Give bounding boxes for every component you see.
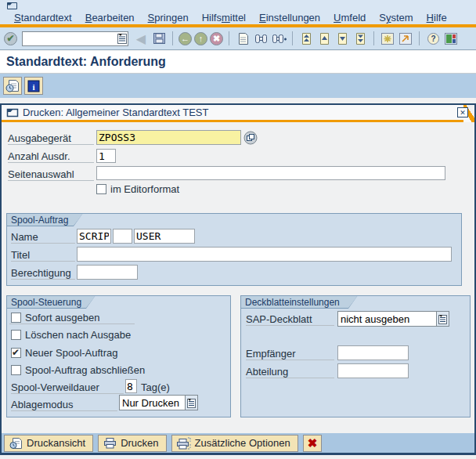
zusaetzliche-optionen-button[interactable]: Zusätzliche Optionen bbox=[171, 435, 298, 452]
command-dropdown-icon[interactable] bbox=[117, 33, 127, 44]
help-icon[interactable]: ? bbox=[425, 31, 441, 46]
cover-settings-tab: Deckblatteinstellungen bbox=[240, 295, 358, 309]
dialog-icon bbox=[6, 107, 19, 117]
output-device-field[interactable] bbox=[96, 130, 241, 145]
sap-cover-value: nicht ausgeben bbox=[338, 313, 436, 325]
dialog-title: Drucken: Allgemeiner Standardtext TEST bbox=[23, 107, 209, 118]
loeschen-label: Löschen nach Ausgabe bbox=[25, 329, 131, 341]
storage-mode-value: Nur Drucken bbox=[120, 397, 185, 409]
back-icon[interactable]: ◀ bbox=[133, 31, 149, 46]
loeschen-checkbox[interactable] bbox=[11, 330, 21, 340]
printer-options-icon bbox=[177, 437, 191, 450]
menu-bar: Standardtext Bearbeiten Springen Hilfsmi… bbox=[0, 11, 476, 24]
druckansicht-label: Druckansicht bbox=[27, 437, 85, 449]
berechtigung-label: Berechtigung bbox=[11, 267, 75, 280]
spool-request-title: Spool-Auftrag bbox=[7, 214, 83, 226]
up-circle-icon[interactable]: ↑ bbox=[194, 32, 207, 45]
menu-hilfe[interactable]: Hilfe bbox=[427, 12, 447, 23]
spool-control-title: Spool-Steuerung bbox=[7, 296, 96, 308]
command-field-wrap bbox=[22, 31, 128, 46]
sap-cover-label: SAP-Deckblatt bbox=[246, 313, 334, 326]
output-device-label: Ausgabegerät bbox=[8, 132, 94, 145]
back-circle-icon[interactable]: ← bbox=[178, 32, 192, 45]
cancel-icon: ✖ bbox=[308, 437, 318, 449]
name-label: Name bbox=[11, 231, 75, 244]
new-session-icon[interactable] bbox=[380, 31, 395, 46]
last-page-icon[interactable] bbox=[352, 31, 368, 46]
spool-name-field-1[interactable] bbox=[77, 229, 111, 244]
enter-icon[interactable]: ✔ bbox=[4, 32, 17, 45]
menu-einstellungen[interactable]: Einstellungen bbox=[259, 12, 320, 23]
standard-toolbar: ✔ ◀ ← ↑ ✖ bbox=[0, 27, 476, 50]
retention-field[interactable] bbox=[125, 379, 137, 393]
editor-format-checkbox[interactable] bbox=[96, 184, 106, 194]
menu-hilfsmittel[interactable]: Hilfsmittel bbox=[202, 12, 246, 23]
storage-mode-label: Ablagemodus bbox=[11, 399, 117, 411]
save-icon[interactable] bbox=[151, 31, 167, 46]
spool-name-field-2[interactable] bbox=[113, 229, 132, 244]
svg-text:i: i bbox=[32, 81, 34, 91]
druckansicht-button[interactable]: Druckansicht bbox=[4, 435, 93, 452]
dropdown-icon[interactable] bbox=[185, 396, 197, 410]
customize-layout-icon[interactable] bbox=[443, 31, 459, 46]
menu-umfeld[interactable]: Umfeld bbox=[334, 12, 366, 23]
application-toolbar: i bbox=[0, 74, 476, 98]
command-field[interactable] bbox=[22, 31, 128, 46]
close-icon[interactable]: ✕ bbox=[457, 107, 468, 117]
cancel-circle-icon[interactable]: ✖ bbox=[210, 32, 223, 45]
copies-label: Anzahl Ausdr. bbox=[8, 150, 94, 163]
titel-field[interactable] bbox=[77, 247, 452, 262]
zusaetzliche-optionen-label: Zusätzliche Optionen bbox=[195, 437, 290, 449]
toolbar-separator bbox=[373, 31, 374, 45]
menu-standardtext[interactable]: Standardtext bbox=[14, 12, 72, 23]
editor-format-label: im Editorformat bbox=[110, 183, 179, 195]
storage-mode-combo[interactable]: Nur Drucken bbox=[119, 395, 198, 410]
row-divider bbox=[9, 323, 135, 324]
cancel-button[interactable]: ✖ bbox=[303, 435, 323, 452]
sap-cover-combo[interactable]: nicht ausgeben bbox=[337, 311, 449, 327]
page-title: Standardtext: Anforderung bbox=[6, 55, 166, 69]
drucken-button[interactable]: Drucken bbox=[98, 435, 166, 452]
print-preview-icon bbox=[9, 437, 23, 450]
page-selection-field[interactable] bbox=[96, 166, 445, 180]
neuer-spool-label: Neuer Spool-Auftrag bbox=[25, 347, 118, 359]
recipient-label: Empfänger bbox=[246, 348, 334, 360]
dialog-border bbox=[0, 453, 476, 455]
print-icon[interactable] bbox=[235, 31, 251, 46]
retention-suffix: Tag(e) bbox=[141, 381, 170, 393]
abschliessen-checkbox[interactable] bbox=[11, 365, 21, 375]
next-page-icon[interactable] bbox=[334, 31, 350, 46]
copies-field[interactable] bbox=[96, 149, 116, 163]
print-preview-icon[interactable] bbox=[3, 77, 22, 95]
printer-icon bbox=[103, 437, 117, 449]
berechtigung-field[interactable] bbox=[77, 265, 138, 280]
dropdown-icon[interactable] bbox=[436, 312, 449, 326]
toolbar-separator bbox=[172, 31, 173, 45]
page-title-band: Standardtext: Anforderung bbox=[0, 51, 476, 74]
sap-window: Standardtext Bearbeiten Springen Hilfsmi… bbox=[0, 0, 476, 459]
info-icon[interactable]: i bbox=[24, 77, 43, 95]
value-help-icon[interactable] bbox=[243, 131, 258, 145]
previous-page-icon[interactable] bbox=[316, 31, 332, 46]
drucken-label: Drucken bbox=[121, 437, 158, 449]
cover-settings-title: Deckblatteinstellungen bbox=[241, 296, 358, 308]
spool-control-tab: Spool-Steuerung bbox=[6, 295, 96, 309]
create-shortcut-icon[interactable] bbox=[398, 31, 413, 46]
spool-name-field-3[interactable] bbox=[134, 229, 195, 244]
titel-label: Titel bbox=[11, 249, 75, 262]
menu-system[interactable]: System bbox=[379, 12, 413, 23]
first-page-icon[interactable] bbox=[298, 31, 314, 46]
menu-springen[interactable]: Springen bbox=[148, 12, 189, 23]
menu-bearbeiten[interactable]: Bearbeiten bbox=[85, 12, 135, 23]
department-field[interactable] bbox=[337, 363, 409, 378]
find-icon[interactable] bbox=[253, 31, 269, 46]
toolbar-separator bbox=[229, 31, 229, 45]
sofort-ausgeben-checkbox[interactable] bbox=[11, 313, 21, 323]
neuer-spool-checkbox[interactable] bbox=[11, 348, 21, 358]
retention-label: Spool-Verweildauer bbox=[11, 381, 124, 394]
page-selection-label: Seitenauswahl bbox=[8, 168, 94, 181]
recipient-field[interactable] bbox=[337, 345, 409, 360]
sofort-ausgeben-label: Sofort ausgeben bbox=[25, 312, 99, 323]
window-titlebar bbox=[0, 0, 476, 11]
find-next-icon[interactable] bbox=[271, 31, 287, 46]
